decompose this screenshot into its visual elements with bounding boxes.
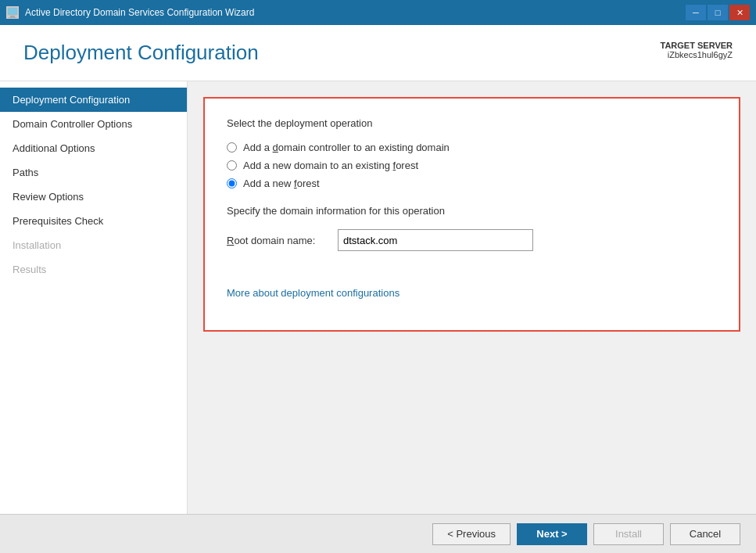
radio-new-forest[interactable]	[227, 178, 237, 189]
sidebar-item-paths[interactable]: Paths	[0, 160, 187, 185]
help-link[interactable]: More about deployment configurations	[227, 287, 399, 299]
app-icon	[6, 6, 19, 19]
footer: < Previous Next > Install Cancel	[0, 514, 756, 553]
radio-option-new-domain: Add a new domain to an existing forest	[227, 160, 717, 171]
sidebar-item-label: Additional Options	[13, 142, 95, 154]
root-domain-label: Root domain name:	[227, 235, 328, 246]
sidebar-item-review-options[interactable]: Review Options	[0, 185, 187, 209]
sidebar-item-domain-controller-options[interactable]: Domain Controller Options	[0, 112, 187, 136]
underline-f: f	[393, 160, 396, 171]
window-title: Active Directory Domain Services Configu…	[25, 7, 254, 18]
page-header: Deployment Configuration TARGET SERVER i…	[0, 25, 756, 81]
main-content: Deployment Configuration Domain Controll…	[0, 81, 756, 514]
sidebar-item-deployment-configuration[interactable]: Deployment Configuration	[0, 88, 187, 112]
deployment-radio-group: Add a domain controller to an existing d…	[227, 142, 717, 189]
root-domain-input[interactable]	[338, 229, 533, 251]
radio-label-existing-domain[interactable]: Add a domain controller to an existing d…	[243, 142, 450, 153]
radio-label-new-forest[interactable]: Add a new forest	[243, 178, 320, 189]
sidebar-item-label: Installation	[13, 239, 61, 251]
sidebar-item-results: Results	[0, 257, 187, 282]
content-box: Select the deployment operation Add a do…	[203, 97, 740, 332]
target-server-label: TARGET SERVER	[661, 41, 733, 50]
content-area: Deployment Configuration TARGET SERVER i…	[0, 25, 756, 553]
target-server-name: iZbkecs1hul6gyZ	[661, 50, 733, 59]
radio-existing-domain[interactable]	[227, 142, 237, 153]
underline-f2: f	[294, 178, 297, 189]
select-deployment-label: Select the deployment operation	[227, 117, 717, 129]
previous-button[interactable]: < Previous	[432, 523, 511, 545]
close-button[interactable]: ✕	[729, 5, 750, 20]
sidebar-item-additional-options[interactable]: Additional Options	[0, 136, 187, 160]
underline-d: d	[273, 142, 278, 153]
radio-option-new-forest: Add a new forest	[227, 178, 717, 189]
radio-new-domain[interactable]	[227, 160, 237, 171]
sidebar-item-label: Paths	[13, 167, 38, 178]
sidebar-item-label: Domain Controller Options	[13, 118, 132, 130]
sidebar-item-label: Prerequisites Check	[13, 215, 103, 227]
cancel-button[interactable]: Cancel	[670, 523, 740, 545]
radio-label-new-domain[interactable]: Add a new domain to an existing forest	[243, 160, 418, 171]
page-title: Deployment Configuration	[23, 41, 259, 65]
svg-rect-0	[8, 8, 17, 15]
title-bar-left: Active Directory Domain Services Configu…	[6, 6, 254, 19]
sidebar: Deployment Configuration Domain Controll…	[0, 81, 188, 514]
minimize-button[interactable]: ─	[686, 5, 706, 20]
window: Active Directory Domain Services Configu…	[0, 0, 756, 553]
target-server-info: TARGET SERVER iZbkecs1hul6gyZ	[661, 41, 733, 59]
link-area: More about deployment configurations	[227, 275, 717, 299]
domain-name-row: Root domain name:	[227, 229, 717, 251]
install-button[interactable]: Install	[593, 523, 664, 545]
right-panel: Select the deployment operation Add a do…	[188, 81, 756, 514]
title-bar: Active Directory Domain Services Configu…	[0, 0, 756, 25]
radio-option-existing-domain: Add a domain controller to an existing d…	[227, 142, 717, 153]
title-bar-controls: ─ □ ✕	[686, 5, 750, 20]
next-button[interactable]: Next >	[517, 523, 587, 545]
maximize-button[interactable]: □	[708, 5, 728, 20]
sidebar-item-label: Results	[13, 264, 46, 275]
sidebar-item-prerequisites-check[interactable]: Prerequisites Check	[0, 209, 187, 233]
svg-rect-2	[9, 17, 16, 18]
sidebar-item-label: Review Options	[13, 191, 84, 203]
domain-info-label: Specify the domain information for this …	[227, 205, 717, 217]
sidebar-item-label: Deployment Configuration	[13, 94, 130, 106]
svg-rect-1	[10, 16, 15, 17]
underline-r: R	[227, 235, 234, 246]
sidebar-item-installation: Installation	[0, 233, 187, 257]
